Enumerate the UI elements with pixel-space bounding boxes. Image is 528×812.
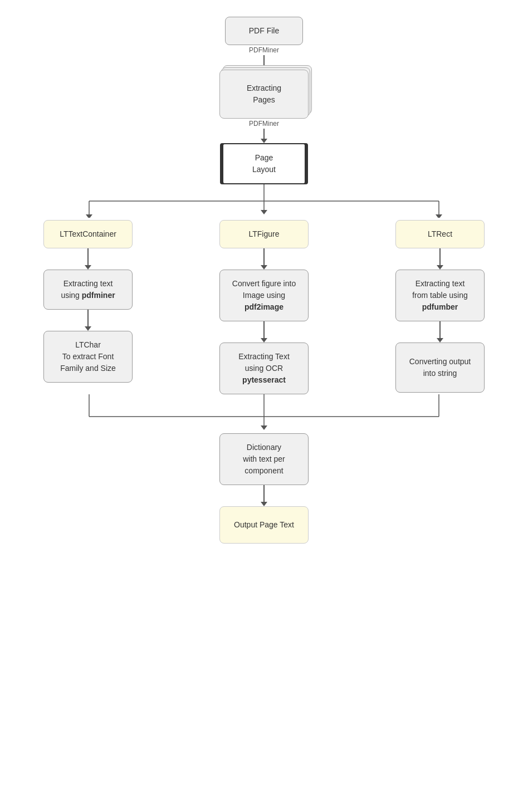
col-center: LTFigure Convert figure intoImage usingp…	[176, 218, 352, 394]
page-layout-label: PageLayout	[252, 152, 276, 175]
extract-text-table-label: Extracting textfrom table usingpdfumber	[412, 278, 468, 313]
lt-rect-label: LTRect	[428, 228, 452, 240]
lt-text-container-node: LTTextContainer	[43, 220, 133, 248]
arrow-pdfminer2-label: PDFMiner	[249, 120, 279, 128]
svg-marker-13	[261, 425, 267, 430]
arrow-pdfminer1-label: PDFMiner	[249, 46, 279, 54]
convert-string-node: Converting outputinto string	[395, 343, 485, 393]
extracting-pages-label: ExtractingPages	[247, 84, 281, 104]
ltchar-node: LTCharTo extract FontFamily and Size	[43, 331, 133, 383]
extracting-pages-node: ExtractingPages	[219, 70, 309, 119]
pdf-file-node: PDF File	[225, 17, 303, 45]
dictionary-label: Dictionarywith text percomponent	[243, 442, 285, 477]
svg-marker-3	[86, 214, 92, 218]
extract-text-pdfminer-label: Extracting textusing pdfminer	[61, 278, 115, 301]
convert-figure-node: Convert figure intoImage usingpdf2image	[219, 270, 309, 321]
lt-figure-label: LTFigure	[249, 228, 280, 240]
merge-connector	[0, 394, 528, 433]
arrow-right-1	[437, 248, 443, 270]
extract-ocr-label: Extracting Textusing OCRpytesseract	[238, 351, 290, 386]
col-left: LTTextContainer Extracting textusing pdf…	[0, 218, 176, 383]
branch-connector	[0, 184, 528, 218]
arrow-left-2	[85, 310, 91, 331]
dictionary-node: Dictionarywith text percomponent	[219, 433, 309, 485]
lt-text-container-label: LTTextContainer	[60, 228, 116, 240]
page-layout-node: PageLayout	[222, 143, 306, 184]
branch-svg	[0, 184, 528, 218]
col-right: LTRect Extracting textfrom table usingpd…	[352, 218, 528, 393]
arrow-left-1	[85, 248, 91, 270]
pdf-file-label: PDF File	[249, 25, 279, 37]
three-col-section: LTTextContainer Extracting textusing pdf…	[0, 218, 528, 394]
arrow-right-2	[437, 321, 443, 343]
convert-figure-label: Convert figure intoImage usingpdf2image	[232, 278, 296, 313]
diagram: PDF File PDFMiner ExtractingPages PDFMin…	[0, 0, 528, 812]
lt-figure-node: LTFigure	[219, 220, 309, 248]
ltchar-label: LTCharTo extract FontFamily and Size	[60, 339, 116, 374]
extract-ocr-node: Extracting Textusing OCRpytesseract	[219, 343, 309, 394]
svg-marker-7	[436, 214, 442, 218]
arrow-dict-to-output	[261, 485, 267, 506]
extract-text-pdfminer-node: Extracting textusing pdfminer	[43, 270, 133, 310]
merge-svg	[0, 394, 528, 433]
output-page-text-label: Output Page Text	[234, 519, 294, 531]
arrow-pdfminer2: PDFMiner	[249, 119, 279, 143]
arrow-center-2	[261, 321, 267, 343]
convert-string-label: Converting outputinto string	[409, 356, 471, 379]
extract-text-table-node: Extracting textfrom table usingpdfumber	[395, 270, 485, 321]
output-page-text-node: Output Page Text	[219, 506, 309, 544]
svg-marker-5	[261, 210, 267, 214]
lt-rect-node: LTRect	[395, 220, 485, 248]
arrow-center-1	[261, 248, 267, 270]
